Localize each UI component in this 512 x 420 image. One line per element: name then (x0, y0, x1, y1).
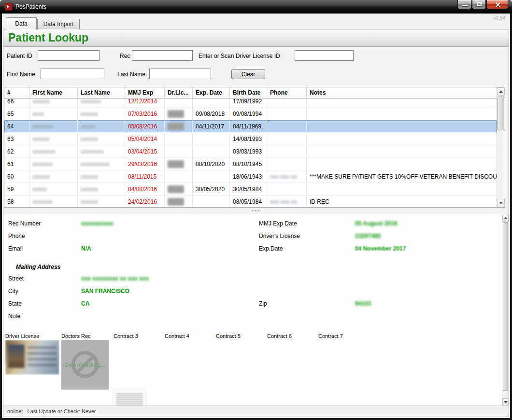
status-text: online; Last Update or Check: Never (7, 408, 96, 414)
table-scroll-down-button[interactable] (497, 199, 505, 207)
doctors-rec-thumb-label: Doctors Rec (61, 333, 91, 339)
driver-license-image (5, 340, 59, 375)
panel-splitter[interactable] (3, 208, 509, 214)
first-name-input[interactable] (41, 69, 104, 79)
patient-id-label: Patient ID (7, 53, 32, 59)
scroll-down-icon (504, 401, 508, 404)
first-name-label: First Name (7, 71, 35, 78)
tab-data-import[interactable]: Data Import (37, 19, 80, 29)
rec-number-value: xxxxxxxxxx (81, 220, 114, 227)
city-label: City (8, 288, 18, 294)
splitter-grip-icon (252, 210, 254, 211)
page-header-band: Patient Lookup (3, 29, 509, 47)
drivers-license-value: 23297485 (355, 233, 381, 239)
table-row[interactable]: 63 xxxxxx xxxxxx 05/04/2014 14/08/1993 (4, 133, 497, 145)
exp-date-value: 04 November 2017 (355, 245, 406, 252)
table-row-selected[interactable]: 64 xxxxxxx xxxxx 05/08/2016 ████ 04/11/2… (4, 120, 497, 133)
rec-number-detail-label: Rec Number (8, 220, 41, 227)
table-row[interactable]: 58 xxxxxxx xxxxxx 24/02/2016 ████ 08/05/… (4, 196, 497, 207)
col-header-first[interactable]: First Name (29, 87, 78, 98)
mmj-exp-value: 05 August 2016 (355, 220, 398, 227)
contract3-thumb-label: Contract 3 (114, 333, 138, 339)
minimize-button[interactable] (457, 0, 471, 9)
title-bar[interactable]: PosPatients (0, 0, 512, 14)
license-scan-label: Enter or Scan Driver License ID (199, 53, 280, 59)
tab-data[interactable]: Data (6, 17, 37, 29)
table-header-row: # First Name Last Name MMJ Exp Dr.Lic...… (4, 87, 497, 98)
last-name-label: Last Name (117, 71, 145, 78)
close-button[interactable] (486, 0, 508, 9)
zip-value: 94103 (355, 300, 371, 307)
exp-date-label: Exp.Date (259, 245, 283, 252)
contract3-thumbnail[interactable] (114, 390, 145, 406)
clear-button[interactable]: Clear (231, 69, 265, 79)
col-header-notes[interactable]: Notes (307, 87, 497, 98)
contract7-thumb-label: Contract 7 (318, 333, 343, 339)
street-label: Street (8, 275, 24, 282)
maximize-button[interactable] (472, 0, 486, 9)
table-row[interactable]: 62 xxxxxxxx xxxxxxxx 03/04/2015 03/03/19… (4, 145, 497, 158)
table-scroll-up-button[interactable] (497, 87, 505, 96)
col-header-drlic[interactable]: Dr.Lic... (165, 87, 193, 98)
city-value: SAN FRANCISCO (81, 288, 129, 294)
app-window: PosPatients Data Data Import v0.54 Patie… (0, 0, 512, 420)
version-label: v0.54 (494, 15, 505, 21)
driver-license-thumb-label: Driver License (5, 333, 39, 339)
table-row[interactable]: 60 xxxxxx xxxxxx 08/11/2015 18/06/1943 x… (4, 170, 497, 183)
maximize-icon (477, 2, 482, 6)
downloading-text: Downloading... (61, 362, 109, 368)
detail-scroll-up-button[interactable] (502, 214, 509, 222)
patient-id-input[interactable] (38, 50, 100, 61)
note-label: Note (8, 313, 20, 320)
scroll-down-icon (499, 202, 503, 204)
window-controls (457, 0, 508, 9)
contract5-thumb-label: Contract 5 (216, 333, 241, 339)
scroll-up-icon (499, 90, 503, 93)
state-value: CA (81, 300, 89, 307)
client-area: Data Data Import v0.54 Patient Lookup Pa… (2, 14, 510, 418)
app-icon[interactable] (5, 3, 13, 11)
patient-detail-panel: Rec Number xxxxxxxxxx MMJ Exp Date 05 Au… (3, 214, 502, 406)
col-header-num[interactable]: # (4, 87, 29, 98)
col-header-exp[interactable]: Exp. Date (193, 87, 230, 98)
col-header-last[interactable]: Last Name (78, 87, 125, 98)
status-bar: online; Last Update or Check: Never (3, 406, 509, 417)
mmj-exp-label: MMJ Exp Date (259, 220, 297, 227)
table-row[interactable]: 65 xxxx xxxxxx 07/03/2016 ████ 09/08/201… (4, 108, 497, 120)
last-name-input[interactable] (149, 69, 211, 79)
contract6-thumb-label: Contract 6 (267, 333, 292, 339)
table-body: 66 xxxxxx xxxxxxx 12/12/2014 17/09/1992 … (4, 98, 497, 207)
tab-page: Patient Lookup Patient ID Rec # Enter or… (3, 29, 509, 417)
mailing-address-heading: Mailing Address (16, 264, 60, 270)
col-header-phone[interactable]: Phone (267, 87, 307, 98)
state-label: State (8, 300, 22, 307)
detail-scrollbar[interactable] (502, 214, 509, 406)
table-scrollbar[interactable] (497, 87, 505, 207)
table-row[interactable]: 61 xxxxxxx xxxxxxxxxx 29/03/2016 ████ 08… (4, 158, 497, 170)
contract4-thumb-label: Contract 4 (165, 333, 189, 339)
rec-number-input[interactable] (132, 50, 193, 61)
email-value: N/A (81, 245, 91, 252)
zip-label: Zip (259, 300, 267, 307)
license-scan-input[interactable] (295, 50, 354, 61)
patients-table: # First Name Last Name MMJ Exp Dr.Lic...… (4, 87, 505, 208)
detail-scroll-thumb[interactable] (503, 222, 508, 391)
drivers-license-label: Driver's License (259, 233, 300, 239)
email-label: Email (8, 245, 23, 252)
minimize-icon (462, 5, 468, 6)
table-row[interactable]: 66 xxxxxx xxxxxxx 12/12/2014 17/09/1992 (4, 98, 497, 108)
col-header-mmj[interactable]: MMJ Exp (125, 87, 165, 98)
window-title: PosPatients (15, 3, 46, 10)
page-title: Patient Lookup (8, 31, 88, 44)
table-row[interactable]: 59 xxxxx xxxxxx 04/08/2016 ████ 30/05/20… (4, 183, 497, 196)
driver-license-thumbnail[interactable] (5, 340, 59, 375)
phone-detail-label: Phone (8, 233, 25, 239)
scroll-up-icon (504, 217, 508, 219)
col-header-birth[interactable]: Birth Date (230, 87, 267, 98)
table-scroll-thumb[interactable] (498, 97, 504, 130)
street-value: xxx xxxxxxxx xx xxx xxx (81, 275, 149, 282)
doctors-rec-thumbnail[interactable]: Downloading... (61, 340, 109, 390)
